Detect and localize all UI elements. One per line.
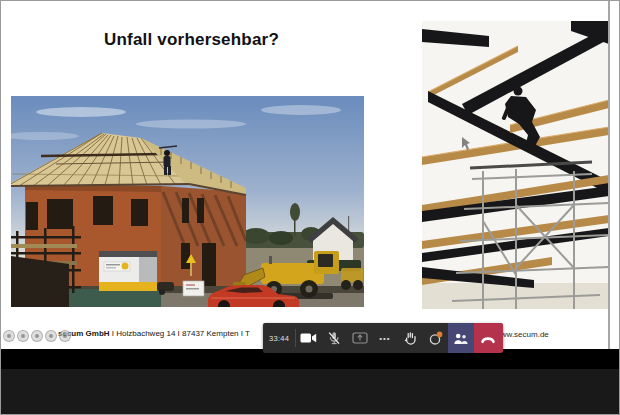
raise-hand-button[interactable] xyxy=(398,323,423,353)
meeting-window: Unfall vorhersehbar? xyxy=(0,0,620,415)
more-options-button[interactable]: ••• xyxy=(372,323,397,353)
more-options-icon: ••• xyxy=(379,334,390,343)
share-screen-button[interactable] xyxy=(347,323,372,353)
site-container xyxy=(99,251,157,291)
slide-title: Unfall vorhersehbar? xyxy=(104,30,279,50)
meeting-control-bar: 33:44 ••• xyxy=(263,323,503,353)
camera-button[interactable] xyxy=(296,323,321,353)
microphone-muted-button[interactable] xyxy=(322,323,347,353)
presentation-slide: Unfall vorhersehbar? xyxy=(1,1,619,349)
raise-hand-icon xyxy=(404,331,417,345)
annotation-toolbar xyxy=(3,330,71,342)
meeting-timer: 33:44 xyxy=(263,323,295,353)
reactions-icon xyxy=(428,331,443,346)
footer-website: www.secum.de xyxy=(495,330,549,339)
mic-off-icon xyxy=(327,331,341,345)
annotation-magnifier-icon[interactable] xyxy=(31,330,43,342)
hang-up-button[interactable] xyxy=(474,323,503,353)
slide-footer: secum GmbH I Holzbachweg 14 I 87437 Kemp… xyxy=(58,329,250,338)
people-icon xyxy=(453,332,468,345)
notification-badge xyxy=(437,331,443,337)
footer-address: I Holzbachweg 14 I 87437 Kempten I T xyxy=(110,329,250,338)
annotation-eraser-icon[interactable] xyxy=(45,330,57,342)
participants-button[interactable] xyxy=(448,323,473,353)
reactions-button[interactable] xyxy=(423,323,448,353)
annotation-more-icon[interactable] xyxy=(59,330,71,342)
share-screen-icon xyxy=(352,332,368,344)
slide-window-edge xyxy=(608,1,610,349)
annotation-highlighter-icon[interactable] xyxy=(17,330,29,342)
camera-icon xyxy=(300,332,317,344)
hang-up-icon xyxy=(479,332,497,345)
steel-beams-photo xyxy=(422,21,609,309)
annotation-pen-icon[interactable] xyxy=(3,330,15,342)
participant-strip: B AK OA PL Löchle, Peter xyxy=(1,369,620,415)
construction-house-photo xyxy=(11,96,364,307)
